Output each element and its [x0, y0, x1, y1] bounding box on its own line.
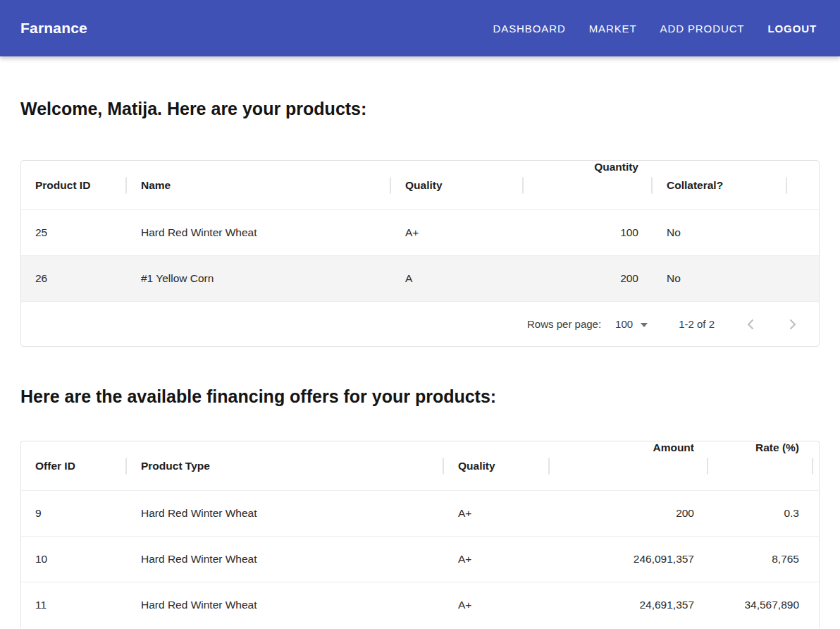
nav-add-product[interactable]: ADD PRODUCT: [660, 23, 745, 35]
caret-down-icon: [641, 323, 648, 327]
row-spacer: [813, 582, 819, 628]
column-header-quality[interactable]: Quality: [444, 441, 550, 490]
nav-dashboard[interactable]: DASHBOARD: [493, 23, 566, 35]
previous-page-button[interactable]: [743, 316, 758, 333]
table-row[interactable]: 25 Hard Red Winter Wheat A+ 100 No: [21, 209, 819, 255]
column-header-product-id[interactable]: Product ID: [21, 161, 127, 209]
column-header-offer-id[interactable]: Offer ID: [21, 441, 127, 490]
cell-quality: A+: [444, 599, 550, 611]
next-page-button[interactable]: [785, 316, 801, 333]
cell-collateral: No: [653, 272, 787, 285]
table-row[interactable]: 9 Hard Red Winter Wheat A+ 200 0.3: [21, 490, 819, 536]
cell-quality: A+: [444, 553, 550, 566]
column-header-quality[interactable]: Quality: [391, 161, 524, 209]
row-spacer: [813, 537, 819, 582]
cell-quality: A: [391, 272, 524, 285]
app-bar: Farnance DASHBOARD MARKET ADD PRODUCT LO…: [0, 0, 840, 56]
page-content: Welcome, Matija. Here are your products:…: [0, 97, 840, 628]
cell-offer-id: 9: [21, 507, 127, 520]
pagination-range: 1-2 of 2: [679, 318, 715, 330]
column-header-product-type[interactable]: Product Type: [127, 441, 444, 490]
column-header-quantity[interactable]: Quantity: [524, 161, 653, 209]
cell-collateral: No: [653, 226, 787, 239]
products-heading: Welcome, Matija. Here are your products:: [20, 97, 820, 121]
products-table-header: Product ID Name Quality Quantity Collate…: [21, 161, 819, 209]
cell-offer-id: 11: [21, 599, 127, 611]
cell-amount: 200: [550, 507, 708, 520]
column-header-name[interactable]: Name: [127, 161, 391, 209]
cell-offer-id: 10: [21, 553, 127, 566]
cell-quality: A+: [444, 507, 550, 520]
header-spacer: [813, 441, 819, 490]
pagination-controls: [743, 316, 801, 333]
offers-heading: Here are the available financing offers …: [20, 385, 820, 408]
cell-product-id: 25: [21, 226, 127, 239]
cell-product-type: Hard Red Winter Wheat: [127, 599, 444, 611]
cell-rate: 0.3: [708, 507, 813, 520]
cell-amount: 246,091,357: [550, 553, 708, 566]
rows-per-page-label: Rows per page:: [527, 318, 601, 330]
column-header-amount[interactable]: Amount: [550, 441, 708, 490]
nav-logout[interactable]: LOGOUT: [767, 23, 817, 35]
cell-product-id: 26: [21, 272, 127, 285]
table-row[interactable]: 10 Hard Red Winter Wheat A+ 246,091,357 …: [21, 536, 819, 582]
chevron-right-icon: [788, 319, 798, 330]
cell-product-type: Hard Red Winter Wheat: [127, 507, 444, 520]
table-row[interactable]: 11 Hard Red Winter Wheat A+ 24,691,357 3…: [21, 582, 819, 628]
brand-logo[interactable]: Farnance: [20, 20, 87, 37]
offers-table-header: Offer ID Product Type Quality Amount Rat…: [21, 441, 819, 490]
table-pagination: Rows per page: 100 1-2 of 2: [21, 301, 819, 346]
offers-table: Offer ID Product Type Quality Amount Rat…: [20, 441, 820, 628]
rows-per-page-value: 100: [615, 318, 633, 330]
cell-product-type: Hard Red Winter Wheat: [127, 553, 444, 566]
row-spacer: [787, 256, 819, 301]
row-spacer: [787, 210, 819, 255]
products-table: Product ID Name Quality Quantity Collate…: [20, 160, 820, 347]
cell-rate: 34,567,890: [708, 599, 813, 611]
chevron-left-icon: [746, 319, 755, 330]
cell-quantity: 100: [524, 226, 653, 239]
top-nav: DASHBOARD MARKET ADD PRODUCT LOGOUT: [493, 23, 817, 35]
rows-per-page-select[interactable]: 100: [615, 318, 648, 330]
cell-rate: 8,765: [708, 553, 813, 566]
nav-market[interactable]: MARKET: [589, 23, 637, 35]
column-header-rate[interactable]: Rate (%): [708, 441, 813, 490]
cell-quantity: 200: [524, 272, 653, 285]
cell-quality: A+: [391, 226, 524, 239]
column-header-collateral[interactable]: Collateral?: [653, 161, 787, 209]
table-row[interactable]: 26 #1 Yellow Corn A 200 No: [21, 255, 819, 301]
cell-amount: 24,691,357: [550, 599, 708, 611]
row-spacer: [813, 491, 819, 536]
cell-name: #1 Yellow Corn: [127, 272, 391, 285]
cell-name: Hard Red Winter Wheat: [127, 226, 391, 239]
header-spacer: [787, 161, 819, 209]
